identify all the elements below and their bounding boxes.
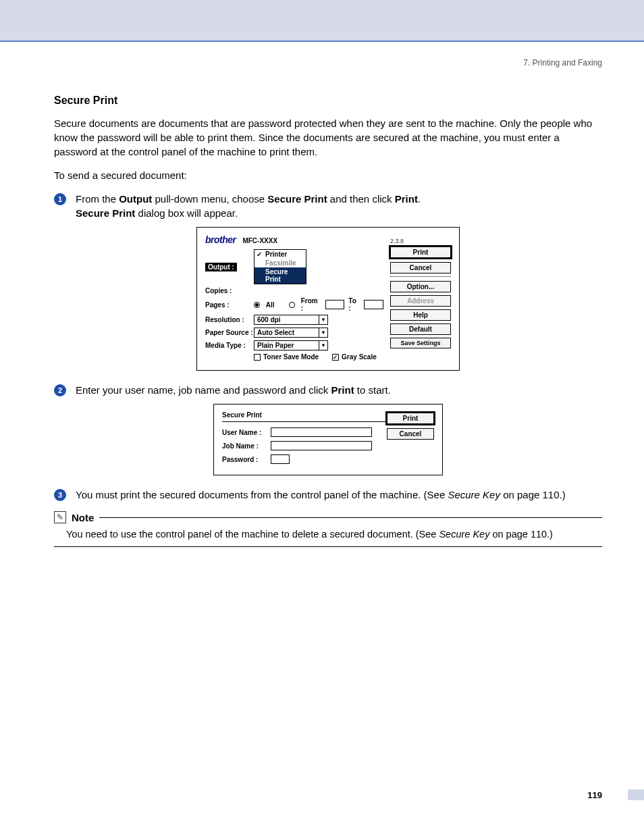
- from-input[interactable]: [325, 300, 345, 309]
- model-label: MFC-XXXX: [242, 237, 277, 244]
- menu-item-printer[interactable]: ✓Printer: [254, 250, 306, 259]
- text-bold: Print: [395, 193, 418, 205]
- menu-item-facsimile[interactable]: Facsimile: [254, 259, 306, 267]
- option-button[interactable]: Option...: [390, 281, 451, 292]
- text: Enter your user name, job name and passw…: [76, 384, 331, 396]
- resolution-select[interactable]: 600 dpi▼: [254, 315, 328, 325]
- text: dialog box will appear.: [135, 207, 238, 219]
- version-label: 2.3.8: [390, 238, 404, 244]
- jobname-input[interactable]: [271, 441, 372, 450]
- text: Auto Select: [257, 329, 294, 336]
- grayscale-label: Gray Scale: [342, 353, 377, 361]
- step-1: 1 From the Output pull-down menu, choose…: [54, 192, 602, 220]
- note-block: Note You need to use the control panel o…: [54, 511, 602, 547]
- text: on page 110.): [489, 529, 553, 540]
- radio-all[interactable]: [254, 302, 260, 308]
- page-number: 119: [54, 790, 602, 800]
- username-label: User Name :: [222, 429, 271, 436]
- chevron-down-icon: ▼: [319, 341, 327, 350]
- chapter-header: 7. Printing and Faxing: [54, 58, 602, 68]
- menu-item-secure-print[interactable]: Secure Print: [254, 267, 306, 284]
- text: on page 110.): [500, 489, 566, 500]
- text: You must print the secured documents fro…: [76, 489, 448, 500]
- help-button[interactable]: Help: [390, 309, 451, 321]
- from-label: From :: [301, 297, 321, 312]
- text-bold: Secure Print: [267, 193, 327, 205]
- mediatype-label: Media Type :: [205, 342, 254, 349]
- text: You need to use the control panel of the…: [66, 529, 439, 540]
- password-input[interactable]: [271, 454, 290, 464]
- text: 119: [587, 790, 602, 800]
- copies-label: Copies :: [205, 287, 254, 294]
- step-1-text: From the Output pull-down menu, choose S…: [76, 192, 602, 220]
- username-input[interactable]: [271, 427, 372, 437]
- output-menu[interactable]: ✓Printer Facsimile Secure Print: [254, 249, 306, 284]
- mediatype-select[interactable]: Plain Paper▼: [254, 340, 328, 350]
- page-content: 7. Printing and Faxing Secure Print Secu…: [0, 42, 644, 800]
- text-bold: Print: [331, 384, 354, 396]
- resolution-label: Resolution :: [205, 316, 254, 323]
- section-title: Secure Print: [54, 95, 602, 107]
- dialog2-title: Secure Print: [222, 411, 262, 419]
- tonersave-checkbox[interactable]: [254, 354, 261, 361]
- step-3: 3 You must print the secured documents f…: [54, 488, 602, 502]
- text-bold: Output: [119, 193, 152, 205]
- intro-paragraph: Secure documents are documents that are …: [54, 116, 602, 159]
- text: Printer: [265, 251, 287, 258]
- step-badge-3: 3: [54, 489, 66, 501]
- d2-print-button[interactable]: Print: [387, 413, 434, 424]
- papersource-label: Paper Source :: [205, 329, 254, 336]
- print-dialog: brother MFC-XXXX Output : ✓Printer Facsi…: [196, 227, 460, 371]
- text-italic: Secure Key: [439, 529, 489, 540]
- text: From the: [76, 193, 119, 205]
- note-title: Note: [72, 512, 94, 523]
- chevron-down-icon: ▼: [319, 328, 327, 337]
- top-decorative-bar: [0, 0, 644, 42]
- to-label: To :: [348, 297, 360, 312]
- text: 600 dpi: [257, 316, 280, 323]
- d2-cancel-button[interactable]: Cancel: [387, 428, 434, 440]
- cancel-button[interactable]: Cancel: [390, 262, 451, 273]
- dialog-2-wrap: Secure Print User Name : Job Name : Pass…: [54, 404, 602, 475]
- step-badge-1: 1: [54, 193, 66, 205]
- brand-logo: brother: [205, 234, 236, 245]
- lead-paragraph: To send a secured document:: [54, 168, 602, 182]
- step-3-text: You must print the secured documents fro…: [76, 488, 602, 502]
- secure-print-dialog: Secure Print User Name : Job Name : Pass…: [213, 404, 443, 475]
- text-bold: Secure Print: [76, 207, 135, 219]
- save-settings-button[interactable]: Save Settings: [390, 338, 451, 348]
- print-button[interactable]: Print: [390, 246, 451, 258]
- address-button: Address: [390, 295, 451, 307]
- note-rule: [99, 517, 602, 518]
- note-icon: [54, 511, 66, 523]
- page-side-tab: [628, 789, 644, 800]
- step-2: 2 Enter your user name, job name and pas…: [54, 383, 602, 397]
- jobname-label: Job Name :: [222, 442, 271, 450]
- text-italic: Secure Key: [448, 489, 500, 500]
- to-input[interactable]: [364, 300, 383, 309]
- all-label: All: [266, 301, 275, 309]
- text: to start.: [354, 384, 391, 396]
- step-badge-2: 2: [54, 384, 66, 396]
- divider: [390, 276, 451, 277]
- text: pull-down menu, choose: [152, 193, 267, 205]
- tonersave-label: Toner Save Mode: [263, 353, 319, 361]
- dialog-1-wrap: brother MFC-XXXX Output : ✓Printer Facsi…: [54, 227, 602, 371]
- output-label: Output :: [205, 263, 237, 271]
- password-label: Password :: [222, 456, 271, 463]
- default-button[interactable]: Default: [390, 323, 451, 335]
- text: .: [418, 193, 421, 205]
- radio-from[interactable]: [289, 302, 295, 308]
- text: Plain Paper: [257, 342, 294, 349]
- step-2-text: Enter your user name, job name and passw…: [76, 383, 602, 397]
- text: and then click: [327, 193, 395, 205]
- chevron-down-icon: ▼: [319, 315, 327, 324]
- pages-label: Pages :: [205, 301, 254, 309]
- grayscale-checkbox[interactable]: ✓: [332, 354, 339, 361]
- papersource-select[interactable]: Auto Select▼: [254, 328, 328, 338]
- note-body: You need to use the control panel of the…: [54, 526, 602, 547]
